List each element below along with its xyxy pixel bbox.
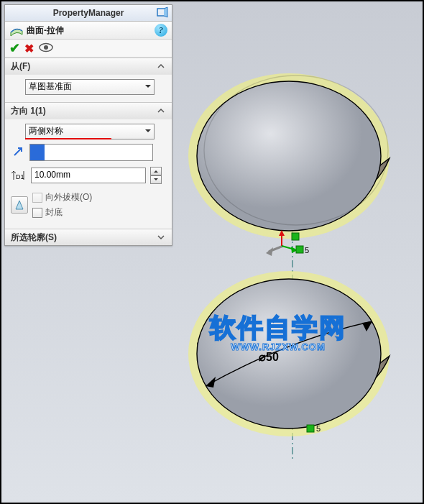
pm-header: PropertyManager [5,5,172,22]
from-label: 从(F) [11,60,30,73]
chevron-up-icon [156,106,166,116]
svg-rect-16 [307,425,314,432]
handle-label-2: 5 [316,424,321,433]
section-from: 从(F) 草图基准面 [5,58,172,102]
spinner-down[interactable] [150,175,162,184]
section-from-header[interactable]: 从(F) [5,58,172,74]
depth-value: 10.00mm [34,170,70,180]
feature-title: 曲面-拉伸 [27,24,64,37]
section-direction1: 方向 1(1) 两侧对称 [5,102,172,229]
draft-on-off-button[interactable] [11,196,28,214]
depth-field[interactable]: 10.00mm [31,168,146,183]
cap-end-checkbox[interactable] [32,208,42,218]
surface-extrude-icon [8,23,25,37]
pin-icon[interactable] [156,6,169,19]
chevron-down-icon [156,232,166,242]
from-option: 草图基准面 [29,81,72,91]
selection-handle-bottom[interactable]: 5 [307,424,321,433]
cap-end-label: 封底 [45,206,63,219]
help-icon[interactable]: ? [155,24,167,37]
pm-title: PropertyManager [53,8,124,18]
reverse-direction-button[interactable] [11,145,25,160]
action-row: ✔ ✖ [5,40,172,58]
preview-icon[interactable] [38,42,54,55]
ok-button[interactable]: ✔ [9,40,20,56]
draft-outward-label: 向外拔模(O) [45,191,92,203]
draft-outward-checkbox [32,193,42,203]
svg-point-19 [44,45,48,50]
cap-end-row[interactable]: 封底 [32,206,92,219]
svg-point-5 [197,279,381,429]
section-selected-contours: 所选轮廓(S) [5,229,172,245]
section-direction1-header[interactable]: 方向 1(1) [5,103,172,119]
depth-spinner[interactable] [150,167,162,184]
chevron-up-icon [156,61,166,71]
property-manager-panel: PropertyManager 曲面-拉伸 ? ✔ ✖ 从(F) [4,4,172,246]
cancel-button[interactable]: ✖ [24,42,34,55]
svg-marker-9 [266,247,273,256]
svg-text:D1: D1 [16,173,24,180]
draft-outward-row: 向外拔模(O) [32,191,92,203]
end-condition-value: 两侧对称 [29,126,63,136]
watermark: 软件自学网 WWW.RJZXW.COM [210,311,346,352]
depth-icon: D1 [11,168,27,183]
diameter-label: ⌀50 [259,351,279,363]
selected-contours-label: 所选轮廓(S) [11,232,57,244]
watermark-text: 软件自学网 [210,311,346,346]
viewport-3d[interactable]: ⌀50 5 5 [174,1,423,503]
from-dropdown[interactable]: 草图基准面 [25,79,155,95]
direction1-label: 方向 1(1) [11,105,46,117]
spinner-up[interactable] [150,167,162,175]
red-underline-annotation [25,138,111,139]
handle-label-1: 5 [305,246,309,255]
feature-title-row: 曲面-拉伸 ? [5,22,172,40]
svg-rect-14 [296,246,303,253]
direction-reference-field[interactable] [29,144,153,161]
section-selected-contours-header[interactable]: 所选轮廓(S) [5,229,172,245]
end-condition-dropdown[interactable]: 两侧对称 [25,124,155,139]
svg-rect-15 [292,233,299,240]
